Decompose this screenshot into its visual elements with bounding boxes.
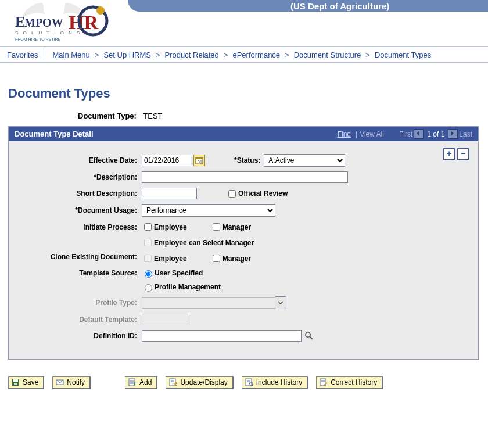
svg-line-28 [252, 385, 253, 386]
svg-text:+: + [133, 381, 136, 386]
svg-text:E: E [15, 13, 25, 30]
emp-select-mgr-group[interactable]: Employee can Select Manager [142, 237, 254, 248]
crumb-eperformance[interactable]: ePerformance [232, 51, 280, 59]
effective-date-label: Effective Date: [18, 156, 142, 164]
svg-rect-8 [196, 157, 203, 159]
save-button[interactable]: Save [8, 376, 44, 389]
svg-line-11 [310, 336, 313, 339]
svg-point-4 [96, 6, 105, 15]
chevron-right-icon: > [365, 51, 370, 59]
official-review-label: Official Review [238, 189, 288, 198]
document-type-display: Document Type: TEST [78, 112, 479, 120]
description-label: *Description: [18, 173, 142, 181]
section-title: Document Type Detail [15, 130, 94, 138]
official-review-checkbox[interactable] [228, 190, 236, 198]
svg-rect-21 [170, 379, 175, 386]
section-header: Document Type Detail Find | View All Fir… [9, 127, 478, 141]
document-type-value: TEST [143, 112, 162, 120]
template-profile-mgmt-radio[interactable] [145, 284, 152, 292]
add-row-button[interactable]: + [443, 148, 455, 160]
clone-manager-checkbox[interactable] [213, 255, 220, 262]
svg-rect-14 [14, 383, 17, 385]
correct-history-icon [319, 378, 328, 387]
profile-type-label: Profile Type: [18, 299, 142, 307]
clone-employee-group[interactable]: Employee [142, 253, 187, 264]
row-counter: 1 of 1 [427, 130, 444, 138]
definition-id-input[interactable] [142, 330, 302, 342]
crumb-document-types[interactable]: Document Types [375, 51, 431, 59]
action-button-bar: Save Notify + Add Update/Display Include… [8, 376, 479, 389]
description-input[interactable] [142, 171, 348, 183]
svg-rect-13 [13, 379, 18, 382]
find-link[interactable]: Find [338, 130, 351, 138]
official-review-group[interactable]: Official Review [226, 188, 288, 199]
crumb-document-structure[interactable]: Document Structure [294, 51, 361, 59]
prev-row-button[interactable] [414, 129, 424, 139]
add-icon: + [128, 378, 137, 387]
page-title: Document Types [8, 86, 479, 101]
delete-row-button[interactable]: − [457, 148, 469, 160]
empowhr-logo: E MPOW HR S O L U T I O N S FROM HIRE TO… [10, 0, 121, 44]
svg-text:FROM HIRE TO RETIRE: FROM HIRE TO RETIRE [15, 37, 61, 41]
svg-point-10 [306, 332, 310, 337]
status-label: *Status: [234, 156, 260, 164]
svg-text:MPOW: MPOW [24, 16, 63, 29]
view-all-link[interactable]: View All [360, 130, 384, 138]
document-usage-select[interactable]: Performance [142, 204, 275, 217]
initiate-manager-checkbox[interactable] [213, 223, 220, 231]
add-button[interactable]: + Add [125, 376, 157, 389]
default-template-label: Default Template: [18, 316, 142, 324]
svg-text:S O L U T I O N S: S O L U T I O N S [15, 30, 81, 35]
next-row-button[interactable] [448, 129, 458, 139]
clone-existing-label: Clone Existing Document: [18, 253, 142, 261]
svg-text:31: 31 [198, 160, 202, 164]
chevron-right-icon: > [95, 51, 99, 59]
short-description-input[interactable] [142, 188, 197, 199]
notify-icon [55, 378, 64, 387]
effective-date-input[interactable] [142, 155, 191, 166]
profile-type-input [142, 297, 275, 309]
definition-id-label: Definition ID: [18, 332, 142, 340]
chevron-right-icon: > [285, 51, 289, 59]
chevron-down-icon [278, 300, 284, 306]
include-history-button[interactable]: Include History [242, 376, 308, 389]
clone-manager-group[interactable]: Manager [210, 253, 251, 264]
short-description-label: Short Description: [18, 189, 142, 198]
lookup-icon[interactable] [304, 331, 314, 341]
crumb-main-menu[interactable]: Main Menu [52, 51, 89, 59]
update-display-button[interactable]: Update/Display [166, 376, 233, 389]
last-link[interactable]: Last [459, 130, 472, 138]
initiate-process-label: Initiate Process: [18, 223, 142, 231]
initiate-employee-checkbox[interactable] [144, 223, 152, 231]
document-type-detail-section: Document Type Detail Find | View All Fir… [8, 126, 479, 360]
clone-employee-checkbox[interactable] [144, 255, 152, 262]
crumb-product-related[interactable]: Product Related [165, 51, 219, 59]
calendar-icon[interactable]: 31 [193, 155, 205, 166]
template-user-specified-radio[interactable] [145, 270, 152, 278]
crumb-setup-hrms[interactable]: Set Up HRMS [103, 51, 151, 59]
template-user-specified-group[interactable]: User Specified [142, 268, 203, 278]
org-title: (US Dept of Agriculture) [290, 1, 389, 11]
initiate-manager-group[interactable]: Manager [210, 221, 251, 232]
document-usage-label: *Document Usage: [18, 206, 142, 214]
update-display-icon [168, 378, 178, 387]
chevron-right-icon: > [224, 51, 228, 59]
template-source-label: Template Source: [18, 269, 142, 277]
breadcrumb: Favorites Main Menu > Set Up HRMS > Prod… [0, 46, 488, 63]
document-type-label: Document Type: [78, 112, 137, 120]
app-header: (US Dept of Agriculture) E MPOW HR S O L… [0, 0, 488, 46]
crumb-favorites[interactable]: Favorites [7, 51, 38, 59]
notify-button[interactable]: Notify [52, 376, 91, 389]
save-icon [11, 378, 20, 387]
first-link[interactable]: First [399, 130, 412, 138]
status-select[interactable]: A:Active [264, 154, 345, 167]
chevron-right-icon: > [156, 51, 160, 59]
profile-type-dropdown-button[interactable] [275, 296, 286, 309]
template-profile-mgmt-group[interactable]: Profile Management [142, 282, 221, 292]
initiate-employee-group[interactable]: Employee [142, 221, 187, 232]
emp-select-mgr-checkbox[interactable] [144, 239, 152, 246]
include-history-icon [245, 378, 254, 387]
correct-history-button[interactable]: Correct History [316, 376, 383, 389]
default-template-input [142, 314, 188, 325]
